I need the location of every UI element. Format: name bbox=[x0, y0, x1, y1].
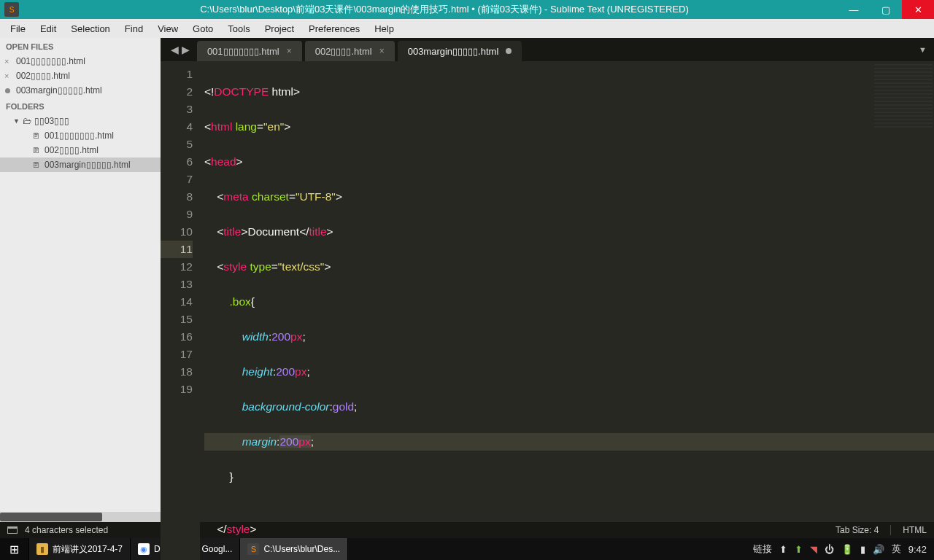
dirty-dot-icon bbox=[506, 48, 512, 54]
start-button[interactable]: ⊞ bbox=[0, 538, 29, 560]
window-title: C:\Users\blur\Desktop\前端03天课件\003margin的… bbox=[22, 3, 838, 16]
taskbar-item[interactable]: ▮ 前端讲义2017-4-7 bbox=[29, 538, 131, 560]
window-titlebar: S C:\Users\blur\Desktop\前端03天课件\003margi… bbox=[0, 0, 934, 19]
editor-tab[interactable]: 003margin▯▯▯▯▯.html bbox=[398, 41, 522, 61]
tab-close-icon[interactable]: × bbox=[379, 46, 385, 56]
folder-file-row[interactable]: 🖹 003margin▯▯▯▯▯.html bbox=[0, 158, 161, 172]
menu-view[interactable]: View bbox=[150, 21, 185, 36]
folder-file-label: 003margin▯▯▯▯▯.html bbox=[45, 160, 131, 170]
folder-file-label: 002▯▯▯▯.html bbox=[45, 145, 99, 155]
folder-file-label: 001▯▯▯▯▯▯▯.html bbox=[45, 131, 114, 141]
editor: ◀ ▶ 001▯▯▯▯▯▯▯.html × 002▯▯▯▯.html × 003… bbox=[161, 38, 934, 522]
menu-find[interactable]: Find bbox=[117, 21, 150, 36]
taskbar-item-label: 前端讲义2017-4-7 bbox=[53, 543, 123, 556]
code-content[interactable]: <!DOCTYPE html> <html lang="en"> <head> … bbox=[200, 61, 934, 560]
minimize-button[interactable]: — bbox=[838, 0, 870, 19]
menu-bar: File Edit Selection Find View Goto Tools… bbox=[0, 19, 934, 38]
sidebar-scrollbar[interactable] bbox=[0, 512, 161, 522]
tab-bar: ◀ ▶ 001▯▯▯▯▯▯▯.html × 002▯▯▯▯.html × 003… bbox=[161, 38, 934, 61]
open-file-label: 002▯▯▯▯.html bbox=[16, 71, 70, 81]
open-files-header: OPEN FILES bbox=[0, 38, 161, 54]
open-file-row[interactable]: × 002▯▯▯▯.html bbox=[0, 69, 161, 83]
tab-label: 002▯▯▯▯.html bbox=[315, 46, 372, 57]
folder-icon: 🗁 bbox=[23, 116, 31, 126]
app-icon: S bbox=[4, 2, 19, 17]
status-selection: 4 characters selected bbox=[25, 525, 108, 535]
folder-label: ▯▯03▯▯▯ bbox=[34, 116, 69, 126]
code-area[interactable]: 12345678910111213141516171819 <!DOCTYPE … bbox=[161, 61, 934, 560]
folders-header: FOLDERS bbox=[0, 98, 161, 114]
open-file-label: 001▯▯▯▯▯▯▯.html bbox=[16, 56, 85, 66]
folder-file-row[interactable]: 🖹 001▯▯▯▯▯▯▯.html bbox=[0, 128, 161, 143]
panel-switcher-icon[interactable] bbox=[7, 526, 18, 534]
main-area: OPEN FILES × 001▯▯▯▯▯▯▯.html × 002▯▯▯▯.h… bbox=[0, 38, 934, 522]
menu-project[interactable]: Project bbox=[258, 21, 301, 36]
open-file-label: 003margin▯▯▯▯▯.html bbox=[16, 85, 102, 96]
open-file-row[interactable]: × 001▯▯▯▯▯▯▯.html bbox=[0, 54, 161, 69]
editor-tab[interactable]: 001▯▯▯▯▯▯▯.html × bbox=[197, 41, 302, 61]
open-file-row[interactable]: 003margin▯▯▯▯▯.html bbox=[0, 83, 161, 98]
tab-overflow-icon[interactable]: ▼ bbox=[911, 38, 934, 61]
menu-tools[interactable]: Tools bbox=[220, 21, 257, 36]
menu-file[interactable]: File bbox=[3, 21, 33, 36]
dirty-dot-icon bbox=[5, 88, 10, 93]
maximize-button[interactable]: ▢ bbox=[870, 0, 902, 19]
sidebar: OPEN FILES × 001▯▯▯▯▯▯▯.html × 002▯▯▯▯.h… bbox=[0, 38, 161, 522]
tab-label: 001▯▯▯▯▯▯▯.html bbox=[207, 46, 279, 57]
tab-close-icon[interactable]: × bbox=[287, 46, 292, 56]
close-button[interactable]: ✕ bbox=[902, 0, 934, 19]
file-icon: 🖹 bbox=[32, 131, 40, 140]
chrome-icon: ◉ bbox=[138, 543, 150, 555]
file-icon: 🖹 bbox=[32, 160, 40, 169]
menu-edit[interactable]: Edit bbox=[33, 21, 63, 36]
folder-row[interactable]: ▼ 🗁 ▯▯03▯▯▯ bbox=[0, 114, 161, 128]
editor-tab[interactable]: 002▯▯▯▯.html × bbox=[305, 41, 395, 61]
close-icon[interactable]: × bbox=[4, 71, 9, 80]
disclosure-triangle-icon[interactable]: ▼ bbox=[13, 117, 20, 125]
menu-selection[interactable]: Selection bbox=[63, 21, 117, 36]
scrollbar-thumb[interactable] bbox=[0, 513, 102, 521]
file-icon: 🖹 bbox=[32, 146, 40, 155]
menu-preferences[interactable]: Preferences bbox=[301, 21, 367, 36]
menu-goto[interactable]: Goto bbox=[185, 21, 220, 36]
folder-icon: ▮ bbox=[36, 543, 48, 555]
line-gutter: 12345678910111213141516171819 bbox=[161, 61, 200, 560]
menu-help[interactable]: Help bbox=[367, 21, 401, 36]
close-icon[interactable]: × bbox=[4, 57, 9, 66]
tab-label: 003margin▯▯▯▯▯.html bbox=[408, 46, 499, 57]
tab-history-nav[interactable]: ◀ ▶ bbox=[165, 38, 196, 61]
folder-file-row[interactable]: 🖹 002▯▯▯▯.html bbox=[0, 143, 161, 158]
minimap[interactable] bbox=[874, 64, 933, 130]
